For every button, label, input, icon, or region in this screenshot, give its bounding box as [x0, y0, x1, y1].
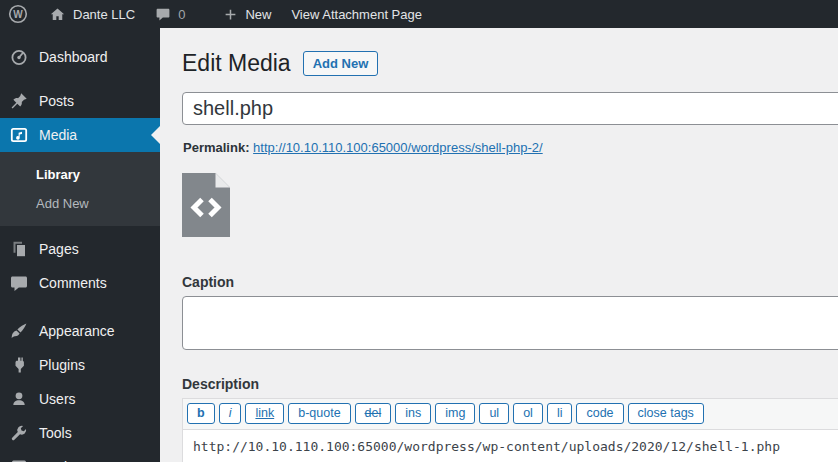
plugins-icon	[9, 355, 29, 375]
comments-admin-bar-link[interactable]: 0	[145, 0, 195, 28]
comment-bubble-icon	[155, 6, 171, 22]
sidebar-item-pages[interactable]: Pages	[0, 232, 160, 266]
permalink: Permalink: http://10.10.110.100:65000/wo…	[183, 140, 838, 155]
media-submenu: Library Add New	[0, 152, 160, 226]
quicktag-link-button[interactable]: link	[245, 403, 284, 424]
site-name: Dante LLC	[73, 7, 135, 22]
users-icon	[9, 389, 29, 409]
home-icon	[49, 6, 66, 23]
comments-icon	[9, 273, 29, 293]
quicktag-ul-button[interactable]: ul	[479, 403, 509, 424]
quicktag-bold-button[interactable]: b	[187, 403, 215, 424]
quicktags-toolbar: b i link b-quote del ins img ul ol li co…	[183, 399, 838, 430]
description-editor: b i link b-quote del ins img ul ol li co…	[182, 398, 838, 462]
caption-textarea[interactable]	[182, 296, 838, 350]
sidebar-item-settings[interactable]: Settings	[0, 450, 160, 462]
tools-icon	[9, 423, 29, 443]
sidebar-item-comments[interactable]: Comments	[0, 266, 160, 300]
admin-sidebar: Dashboard Posts Media Library	[0, 28, 160, 462]
quicktag-img-button[interactable]: img	[435, 403, 475, 424]
quicktag-italic-button[interactable]: i	[219, 403, 242, 424]
edit-media-page: Edit Media Add New Permalink: http://10.…	[160, 28, 838, 462]
sidebar-item-tools[interactable]: Tools	[0, 416, 160, 450]
description-textarea[interactable]: http://10.10.110.100:65000/wordpress/wp-…	[183, 430, 838, 462]
admin-bar: W Dante LLC 0 New View Attachment Page	[0, 0, 838, 28]
page-title: Edit Media	[182, 50, 291, 78]
quicktag-bquote-button[interactable]: b-quote	[288, 403, 350, 424]
new-label: New	[245, 7, 271, 22]
sidebar-item-media-add-new[interactable]: Add New	[0, 189, 160, 218]
sidebar-item-plugins[interactable]: Plugins	[0, 348, 160, 382]
permalink-link[interactable]: http://10.10.110.100:65000/wordpress/she…	[253, 140, 543, 155]
plus-icon	[223, 7, 238, 22]
sidebar-item-posts[interactable]: Posts	[0, 84, 160, 118]
media-icon	[9, 125, 29, 145]
quicktag-del-button[interactable]: del	[355, 403, 392, 424]
new-content-button[interactable]: New	[213, 0, 281, 28]
pages-icon	[9, 239, 29, 259]
quicktag-code-button[interactable]: code	[576, 403, 623, 424]
caption-label: Caption	[182, 274, 838, 290]
appearance-icon	[9, 321, 29, 341]
view-attachment-page-link[interactable]: View Attachment Page	[281, 0, 432, 28]
sidebar-item-media-library[interactable]: Library	[0, 160, 160, 189]
quicktag-ol-button[interactable]: ol	[513, 403, 543, 424]
quicktag-li-button[interactable]: li	[547, 403, 573, 424]
add-new-button[interactable]: Add New	[303, 51, 379, 76]
svg-text:W: W	[13, 9, 23, 20]
dashboard-icon	[9, 47, 29, 67]
description-label: Description	[182, 376, 838, 392]
sidebar-item-users[interactable]: Users	[0, 382, 160, 416]
wordpress-logo-button[interactable]: W	[0, 0, 39, 28]
code-document-icon	[182, 173, 230, 237]
settings-icon	[9, 457, 29, 462]
media-title-input[interactable]	[182, 92, 838, 125]
comment-count: 0	[178, 7, 185, 22]
quicktag-close-tags-button[interactable]: close tags	[628, 403, 704, 424]
sidebar-item-appearance[interactable]: Appearance	[0, 314, 160, 348]
sidebar-item-dashboard[interactable]: Dashboard	[0, 40, 160, 74]
wordpress-logo-icon: W	[8, 4, 28, 24]
quicktag-ins-button[interactable]: ins	[395, 403, 431, 424]
sidebar-item-media[interactable]: Media	[0, 118, 160, 152]
permalink-label: Permalink:	[183, 140, 249, 155]
pushpin-icon	[9, 91, 29, 111]
site-name-link[interactable]: Dante LLC	[39, 0, 145, 28]
